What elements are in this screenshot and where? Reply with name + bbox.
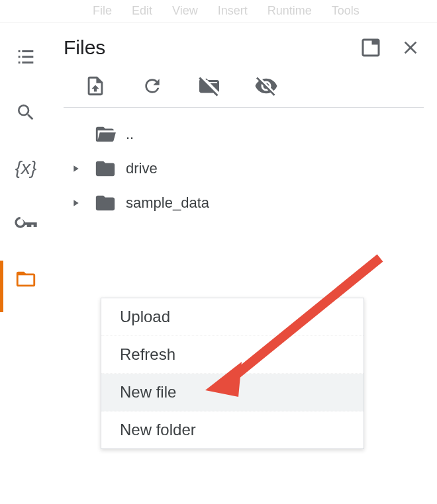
tree-row-sample-data[interactable]: sample_data xyxy=(66,186,424,220)
upload-icon[interactable] xyxy=(83,74,107,98)
variables-icon[interactable]: {x} xyxy=(13,155,39,181)
chevron-right-icon[interactable] xyxy=(66,163,85,174)
context-new-folder[interactable]: New folder xyxy=(101,411,364,448)
refresh-icon[interactable] xyxy=(140,74,164,98)
context-upload[interactable]: Upload xyxy=(101,298,364,336)
toc-icon[interactable] xyxy=(13,44,39,70)
files-toolbar xyxy=(64,74,424,108)
tree-parent-label: .. xyxy=(126,126,134,143)
menu-view[interactable]: View xyxy=(172,4,198,18)
panel-header: Files xyxy=(64,34,424,61)
left-sidebar: {x} xyxy=(0,22,52,504)
tree-row-drive[interactable]: drive xyxy=(66,151,424,186)
new-tab-icon[interactable] xyxy=(358,34,384,61)
menu-tools[interactable]: Tools xyxy=(332,4,360,18)
files-icon[interactable] xyxy=(13,266,39,292)
folder-icon xyxy=(94,157,121,180)
context-menu: Upload Refresh New file New folder xyxy=(101,298,364,449)
tree-item-label: sample_data xyxy=(126,194,209,212)
folder-open-icon xyxy=(94,123,121,146)
menu-runtime[interactable]: Runtime xyxy=(267,4,312,18)
menu-insert[interactable]: Insert xyxy=(218,4,248,18)
context-new-file[interactable]: New file xyxy=(101,374,364,411)
search-icon[interactable] xyxy=(13,99,39,126)
tree-item-label: drive xyxy=(126,160,158,177)
menu-edit[interactable]: Edit xyxy=(132,4,152,18)
chevron-right-icon[interactable] xyxy=(66,198,85,208)
file-tree: .. drive sample_data xyxy=(64,117,424,220)
menu-file[interactable]: File xyxy=(93,4,112,18)
panel-header-actions xyxy=(358,34,424,61)
panel-title: Files xyxy=(64,36,105,59)
mount-drive-icon[interactable] xyxy=(197,74,221,98)
hide-hidden-icon[interactable] xyxy=(254,74,278,98)
context-refresh[interactable]: Refresh xyxy=(101,336,364,374)
tree-parent-row[interactable]: .. xyxy=(66,117,424,151)
menubar: File Edit View Insert Runtime Tools xyxy=(0,0,437,22)
folder-icon xyxy=(94,192,121,214)
close-icon[interactable] xyxy=(397,34,424,61)
secrets-icon[interactable] xyxy=(13,210,39,237)
